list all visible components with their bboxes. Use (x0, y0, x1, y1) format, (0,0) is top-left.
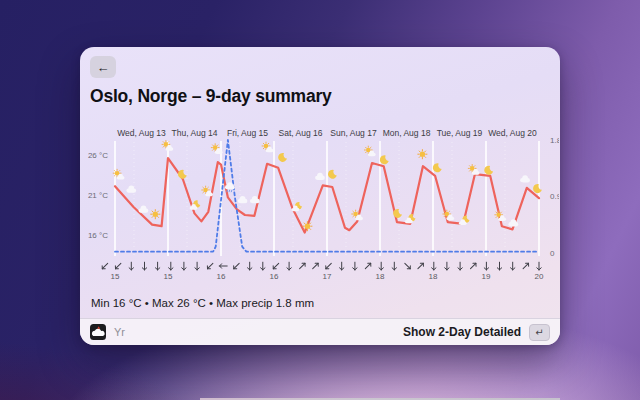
desktop-background: { "window": { "back_label": "\u2190" }, … (0, 0, 640, 400)
weather-card: ← Oslo, Norge – 9-day summary (80, 47, 560, 345)
svg-text:1.8: 1.8 (550, 136, 559, 145)
wind-arrows-layer (101, 262, 541, 270)
cloud-icon (520, 175, 530, 182)
weather-chart: Wed, Aug 13Thu, Aug 14Fri, Aug 15Sat, Au… (80, 120, 560, 285)
temperature-axis-labels: 26 °C21 °C16 °C (88, 151, 108, 240)
svg-text:Sun, Aug 17: Sun, Aug 17 (330, 128, 377, 138)
suncloud-icon (262, 142, 273, 152)
svg-text:15: 15 (164, 272, 173, 281)
moon-icon (278, 153, 287, 162)
suncloud-icon (364, 146, 375, 156)
svg-text:26 °C: 26 °C (88, 151, 108, 160)
svg-text:Tue, Aug 19: Tue, Aug 19 (437, 128, 483, 138)
svg-text:Fri, Aug 15: Fri, Aug 15 (227, 128, 268, 138)
cloud-icon (139, 206, 149, 213)
svg-text:16 °C: 16 °C (88, 231, 108, 240)
svg-text:15: 15 (111, 272, 120, 281)
svg-text:16: 16 (270, 272, 279, 281)
moon-icon (533, 184, 542, 193)
sun-icon (151, 210, 160, 219)
moon-icon (484, 166, 493, 175)
svg-text:17: 17 (323, 272, 332, 281)
suncloud-icon (352, 210, 363, 220)
sun-icon (418, 150, 427, 159)
svg-text:Thu, Aug 14: Thu, Aug 14 (172, 128, 218, 138)
svg-text:20: 20 (535, 272, 544, 281)
bottom-axis-labels: 151516161718181920 (111, 272, 544, 281)
cloud-icon (126, 186, 136, 193)
svg-text:18: 18 (429, 272, 438, 281)
moon-icon (433, 163, 442, 172)
precipitation-axis-labels: 1.80.90 (550, 136, 559, 258)
day-labels: Wed, Aug 13Thu, Aug 14Fri, Aug 15Sat, Au… (117, 128, 537, 138)
page-title: Oslo, Norge – 9-day summary (90, 86, 332, 107)
cloud-icon (238, 196, 248, 203)
moon-icon (380, 155, 389, 164)
summary-text: Min 16 °C • Max 26 °C • Max precip 1.8 m… (91, 297, 314, 309)
svg-text:19: 19 (482, 272, 491, 281)
suncloud-icon (443, 210, 454, 220)
show-detailed-button[interactable]: Show 2-Day Detailed (403, 325, 521, 339)
grid-layer (115, 141, 539, 256)
yr-logo-icon (90, 324, 106, 340)
svg-text:0: 0 (550, 249, 555, 258)
mooncloud-icon (405, 214, 416, 223)
svg-text:21 °C: 21 °C (88, 191, 108, 200)
back-button[interactable]: ← (90, 56, 116, 78)
suncloud-icon (495, 211, 506, 221)
mooncloud-icon (459, 216, 470, 225)
svg-text:16: 16 (217, 272, 226, 281)
footer-bar: Yr Show 2-Day Detailed ↵ (80, 318, 560, 345)
weather-chart-svg: Wed, Aug 13Thu, Aug 14Fri, Aug 15Sat, Au… (80, 120, 559, 285)
svg-text:Wed, Aug 13: Wed, Aug 13 (117, 128, 166, 138)
svg-text:Wed, Aug 20: Wed, Aug 20 (488, 128, 537, 138)
svg-text:Mon, Aug 18: Mon, Aug 18 (383, 128, 431, 138)
svg-text:18: 18 (376, 272, 385, 281)
moon-icon (328, 170, 337, 179)
sun-icon (303, 222, 312, 231)
suncloud-icon (468, 164, 479, 174)
return-key-icon[interactable]: ↵ (529, 324, 550, 341)
cloud-icon (315, 173, 325, 180)
svg-text:Sat, Aug 16: Sat, Aug 16 (279, 128, 323, 138)
moon-icon (393, 209, 402, 218)
svg-text:0.9: 0.9 (550, 192, 559, 201)
moon-icon (178, 170, 187, 179)
source-label: Yr (114, 326, 403, 338)
back-arrow-icon: ← (97, 60, 110, 75)
